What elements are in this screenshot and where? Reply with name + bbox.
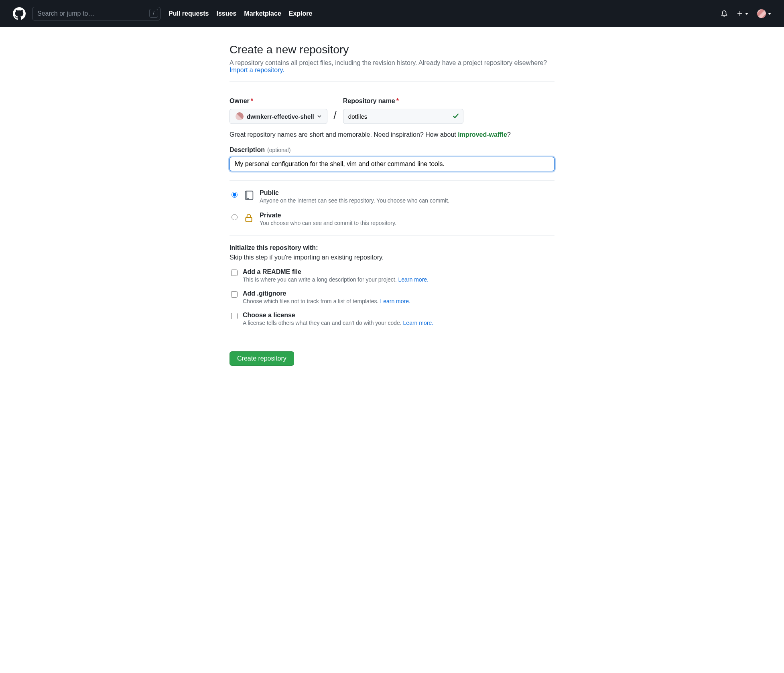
gitignore-learn-more-link[interactable]: Learn more.	[380, 298, 410, 304]
divider	[230, 335, 554, 335]
name-suggestion[interactable]: improved-waffle	[458, 131, 507, 138]
caret-down-icon	[317, 114, 321, 118]
owner-name-row: Owner* dwmkerr-effective-shell / Reposit…	[230, 97, 554, 124]
owner-repo-separator: /	[332, 109, 338, 124]
visibility-public-text: Public Anyone on the internet can see th…	[260, 189, 449, 204]
readme-learn-more-link[interactable]: Learn more.	[398, 276, 429, 283]
notifications-icon[interactable]	[721, 10, 728, 17]
init-license-sub: A license tells others what they can and…	[243, 320, 433, 326]
create-repository-button[interactable]: Create repository	[230, 351, 294, 366]
repo-name-field: Repository name*	[343, 97, 463, 124]
owner-avatar-icon	[236, 112, 244, 120]
main-content: Create a new repository A repository con…	[221, 43, 563, 366]
init-license-row: Choose a license A license tells others …	[230, 312, 554, 326]
divider	[230, 235, 554, 235]
github-logo-icon[interactable]	[13, 7, 26, 20]
init-readme-title: Add a README file	[243, 268, 429, 276]
init-gitignore-title: Add .gitignore	[243, 290, 410, 297]
description-field: Description (optional)	[230, 146, 554, 171]
svg-rect-1	[246, 217, 252, 222]
primary-nav: Pull requests Issues Marketplace Explore	[169, 10, 312, 17]
name-hint: Great repository names are short and mem…	[230, 131, 554, 138]
repo-public-icon	[244, 189, 255, 203]
avatar	[757, 9, 766, 18]
visibility-public-title: Public	[260, 189, 449, 197]
import-repo-link[interactable]: Import a repository.	[230, 67, 284, 73]
init-gitignore-sub: Choose which files not to track from a l…	[243, 298, 410, 304]
visibility-private-text: Private You choose who can see and commi…	[260, 212, 396, 226]
search-slash-hint: /	[149, 9, 158, 18]
divider	[230, 180, 554, 180]
user-menu[interactable]	[757, 9, 771, 18]
owner-label: Owner*	[230, 97, 327, 105]
lock-icon	[244, 212, 255, 225]
owner-select[interactable]: dwmkerr-effective-shell	[230, 109, 327, 124]
description-label: Description (optional)	[230, 146, 554, 154]
init-readme-row: Add a README file This is where you can …	[230, 268, 554, 283]
init-readme-checkbox[interactable]	[231, 270, 238, 276]
nav-issues[interactable]: Issues	[216, 10, 236, 17]
owner-value: dwmkerr-effective-shell	[247, 113, 314, 120]
add-menu-icon[interactable]	[737, 10, 748, 17]
nav-explore[interactable]: Explore	[289, 10, 313, 17]
repo-name-wrapper	[343, 109, 463, 124]
visibility-public-radio[interactable]	[232, 192, 238, 198]
subtitle-text: A repository contains all project files,…	[230, 59, 547, 66]
check-icon	[452, 112, 459, 120]
visibility-private-row: Private You choose who can see and commi…	[230, 212, 554, 226]
init-readme-sub: This is where you can write a long descr…	[243, 276, 429, 283]
visibility-private-title: Private	[260, 212, 396, 219]
init-license-checkbox[interactable]	[231, 313, 238, 319]
license-learn-more-link[interactable]: Learn more.	[403, 320, 433, 326]
page-title: Create a new repository	[230, 43, 554, 56]
visibility-public-sub: Anyone on the internet can see this repo…	[260, 197, 449, 204]
search-wrapper: /	[32, 7, 160, 20]
visibility-private-radio[interactable]	[232, 214, 238, 220]
header-right	[721, 9, 771, 18]
init-gitignore-row: Add .gitignore Choose which files not to…	[230, 290, 554, 304]
caret-down-icon	[745, 13, 748, 15]
search-input[interactable]	[32, 7, 160, 20]
caret-down-icon	[768, 13, 771, 15]
owner-field: Owner* dwmkerr-effective-shell	[230, 97, 327, 124]
visibility-public-row: Public Anyone on the internet can see th…	[230, 189, 554, 204]
page-subtitle: A repository contains all project files,…	[230, 59, 554, 74]
init-header: Initialize this repository with:	[230, 244, 554, 251]
nav-marketplace[interactable]: Marketplace	[244, 10, 281, 17]
init-sub: Skip this step if you're importing an ex…	[230, 254, 554, 261]
init-license-title: Choose a license	[243, 312, 433, 319]
init-gitignore-checkbox[interactable]	[231, 291, 238, 298]
nav-pull-requests[interactable]: Pull requests	[169, 10, 209, 17]
repo-name-label: Repository name*	[343, 97, 463, 105]
divider	[230, 81, 554, 81]
repo-name-input[interactable]	[343, 109, 463, 124]
global-header: / Pull requests Issues Marketplace Explo…	[0, 0, 784, 27]
description-input[interactable]	[230, 157, 554, 171]
visibility-private-sub: You choose who can see and commit to thi…	[260, 220, 396, 226]
